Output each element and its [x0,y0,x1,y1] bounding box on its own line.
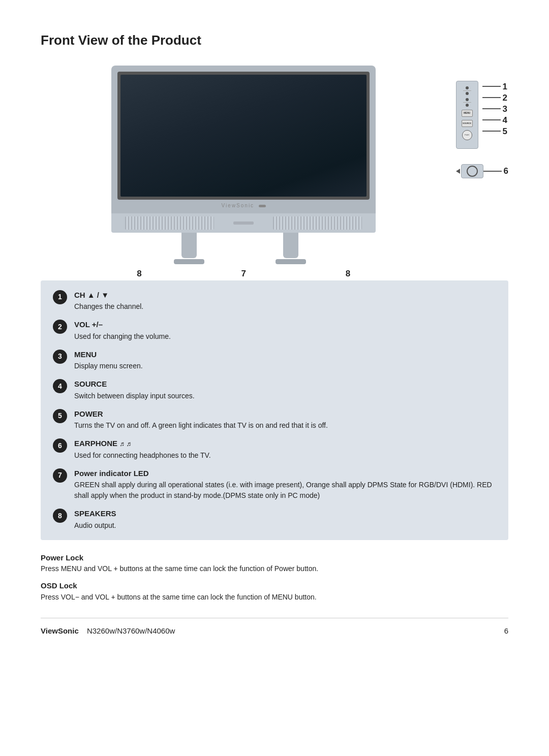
item-content-4: SOURCE Switch between display input sour… [74,379,496,401]
side-number-6: 6 [504,165,508,178]
item-circle-3: 3 [53,350,67,364]
item-circle-6: 6 [53,438,67,453]
diagram-area: ViewSonic 8 7 8 [41,66,508,280]
item-circle-4: 4 [53,379,67,393]
item-circle-1: 1 [53,290,67,304]
side-number-2: 2 [503,93,507,102]
num-line-2: 2 [482,92,507,103]
speaker-grille-right [273,216,362,230]
earphone-icon: ♬ ♬ [119,439,131,449]
desc-item-5: 5 POWER Turns the TV on and off. A green… [53,408,496,431]
btn-source: SOURCE [460,120,475,127]
line-6 [483,171,502,172]
tv-brand: ViewSonic [117,202,370,209]
item-content-7: Power indicator LED GREEN shall apply du… [74,468,496,501]
page-title: Front View of the Product [41,30,508,50]
stand-foot-right [276,259,306,264]
side-number-1: 1 [503,82,507,91]
item-title-1: CH ▲ / ▼ [74,290,496,301]
btn-menu-label: MENU [464,112,470,115]
item-title-5: POWER [74,408,496,420]
side-number-4: 4 [503,116,507,124]
item-desc-2: Used for changing the volume. [74,331,496,342]
tv-speaker-bar [111,213,376,233]
label-7-center: 7 [241,267,246,280]
tv-screen [120,75,367,197]
power-lock-text: Press MENU and VOL + buttons at the same… [41,563,508,574]
desc-item-4: 4 SOURCE Switch between display input so… [53,379,496,401]
footer-brand: ViewSonic [41,626,79,635]
tv-right-section: MENU SOURCE PWR [456,81,508,178]
stand-leg-left [181,233,197,258]
earphone-circle [467,166,478,177]
btn-power-label: PWR [465,134,469,137]
desc-item-7: 7 Power indicator LED GREEN shall apply … [53,468,496,501]
item-desc-3: Display menu screen. [74,361,496,371]
osd-lock-title: OSD Lock [41,580,508,592]
side-panel-wrapper: MENU SOURCE PWR [456,81,507,149]
number-lines-col: 1 2 3 4 5 [482,81,507,137]
item-desc-4: Switch between display input sources. [74,391,496,401]
description-list: 1 CH ▲ / ▼ Changes the channel. 2 VOL +/… [41,280,508,540]
speaker-grille-left [125,216,214,230]
btn-ch [460,86,475,95]
item-circle-2: 2 [53,320,67,334]
desc-item-6: 6 EARPHONE ♬ ♬ Used for connecting headp… [53,438,496,461]
side-buttons-panel: MENU SOURCE PWR [456,81,478,149]
btn-menu: MENU [460,110,475,117]
item-desc-5: Turns the TV on and off. A green light i… [74,420,496,431]
item-title-6: EARPHONE ♬ ♬ [74,438,496,450]
item-content-6: EARPHONE ♬ ♬ Used for connecting headpho… [74,438,496,461]
earphone-jack [461,164,483,178]
footer-note-osd-lock: OSD Lock Press VOL− and VOL + buttons at… [41,580,508,603]
item-content-8: SPEAKERS Audio output. [74,508,496,531]
item-desc-6: Used for connecting headphones to the TV… [74,450,496,461]
stand-foot-left [174,259,204,264]
tv-bezel: ViewSonic [111,66,376,213]
item-title-7: Power indicator LED [74,468,496,480]
btn-vol [460,98,475,107]
item-circle-5: 5 [53,409,67,423]
footer-model: N3260w/N3760w/N4060w [87,626,175,635]
num-line-4: 4 [482,114,507,125]
side-number-3: 3 [503,105,507,113]
btn-power: PWR [460,130,475,140]
tv-screen-outer [117,72,370,200]
item-desc-7: GREEN shall apply during all operational… [74,480,496,501]
item-desc-1: Changes the channel. [74,301,496,312]
desc-item-3: 3 MENU Display menu screen. [53,349,496,372]
footer-notes: Power Lock Press MENU and VOL + buttons … [41,552,508,603]
item-desc-8: Audio output. [74,520,496,531]
osd-lock-text: Press VOL− and VOL + buttons at the same… [41,592,508,603]
tv-stand [111,233,376,264]
btn-power-circle: PWR [462,130,472,140]
desc-item-8: 8 SPEAKERS Audio output. [53,508,496,531]
num-line-1: 1 [482,81,507,92]
item-title-2: VOL +/– [74,319,496,331]
label-8-right: 8 [346,267,350,280]
item-content-2: VOL +/– Used for changing the volume. [74,319,496,342]
desc-item-2: 2 VOL +/– Used for changing the volume. [53,319,496,342]
item-title-4: SOURCE [74,379,496,390]
bottom-labels-row: 8 7 8 [111,267,376,280]
footer-note-power-lock: Power Lock Press MENU and VOL + buttons … [41,552,508,575]
footer-page-number: 6 [504,625,508,637]
item-title-3: MENU [74,349,496,361]
tv-illustration: ViewSonic 8 7 8 [41,66,447,280]
desc-item-1: 1 CH ▲ / ▼ Changes the channel. [53,290,496,312]
num-line-5: 5 [482,125,507,137]
power-lock-title: Power Lock [41,552,508,564]
side-number-5: 5 [503,127,507,136]
footer-brand-model: ViewSonic N3260w/N3760w/N4060w [41,625,175,637]
num-line-3: 3 [482,103,507,114]
page-footer: ViewSonic N3260w/N3760w/N4060w 6 [41,618,508,637]
btn-source-label: SOURCE [463,122,471,125]
label-8-left: 8 [137,267,141,280]
item-content-5: POWER Turns the TV on and off. A green l… [74,408,496,431]
item-content-3: MENU Display menu screen. [74,349,496,372]
item-circle-7: 7 [53,468,67,483]
item-circle-8: 8 [53,509,67,523]
num-6-section: 6 [456,157,508,178]
item-content-1: CH ▲ / ▼ Changes the channel. [74,290,496,312]
item-title-8: SPEAKERS [74,508,496,520]
